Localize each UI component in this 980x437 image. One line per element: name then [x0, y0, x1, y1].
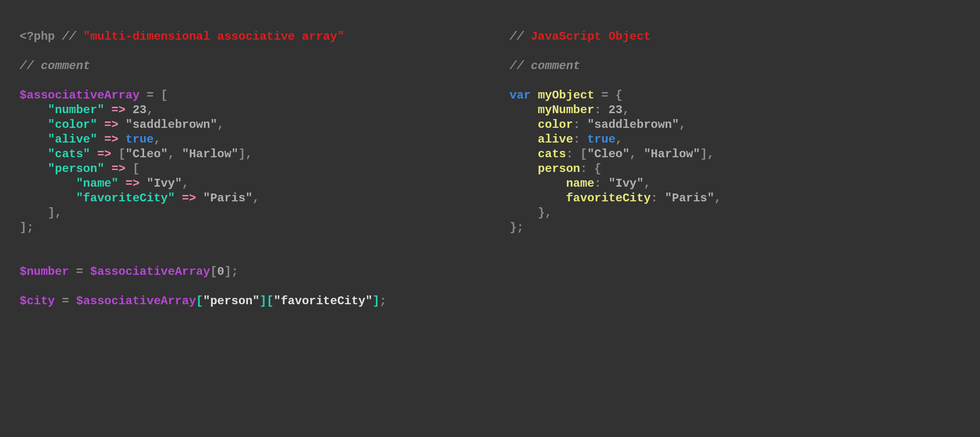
- js-colon-4: :: [566, 147, 573, 161]
- js-key-alive: alive: [538, 133, 573, 146]
- js-colon-1: :: [594, 103, 601, 117]
- php-arrow-5: =>: [111, 162, 125, 175]
- js-rbrack: ]: [700, 147, 707, 161]
- php-lbrack-1: [: [161, 89, 168, 102]
- js-comma-1: ,: [622, 103, 629, 117]
- php-comma-3: ,: [154, 133, 161, 146]
- php-var-array-2: $associativeArray: [90, 265, 210, 278]
- php-key-name: "name": [76, 177, 118, 190]
- php-code-block: <?php // "multi-dimensional associative …: [20, 29, 510, 309]
- js-rbrace-1: }: [538, 206, 545, 219]
- php-key-cats: "cats": [48, 147, 90, 161]
- js-lbrack: [: [580, 147, 587, 161]
- php-cats-close: ]: [239, 147, 245, 161]
- php-open-tag: <?php: [20, 30, 55, 43]
- php-comment-slashes-2: //: [20, 59, 34, 73]
- php-arrow-3: =>: [104, 133, 119, 146]
- php-lbrack-5: [: [267, 294, 273, 308]
- js-key-color: color: [538, 118, 573, 131]
- js-comment-slashes-2: //: [510, 59, 524, 73]
- js-comma-7: ,: [714, 192, 721, 205]
- js-title: JavaScript Object: [531, 30, 651, 43]
- js-val-color: "saddlebrown": [587, 118, 679, 131]
- php-comma-1: ,: [147, 103, 153, 117]
- php-close-1: ];: [20, 221, 34, 234]
- js-cat1: "Cleo": [587, 147, 629, 161]
- js-key-favcity: favoriteCity: [566, 192, 651, 205]
- js-obj-name: myObject: [538, 89, 594, 102]
- php-key-person: "person": [48, 162, 104, 175]
- php-key-number: "number": [48, 103, 104, 117]
- php-var-city: $city: [20, 294, 55, 308]
- php-lbrack-4: [: [196, 294, 203, 308]
- js-lbrace-2: {: [594, 162, 601, 175]
- php-idx-person: "person": [203, 294, 259, 308]
- php-key-favcity: "favoriteCity": [76, 192, 175, 205]
- js-comma-3: ,: [615, 133, 622, 146]
- js-key-person: person: [538, 162, 580, 175]
- js-val-number: 23: [609, 103, 623, 117]
- php-semi-1: ;: [231, 265, 238, 278]
- php-rbrack-3: ]: [260, 294, 267, 308]
- php-key-alive: "alive": [48, 133, 98, 146]
- js-key-cats: cats: [538, 147, 566, 161]
- php-val-name: "Ivy": [147, 177, 182, 190]
- php-title: "multi-dimensional associative array": [83, 30, 344, 43]
- js-comma-8: ,: [545, 206, 552, 219]
- php-idx-favcity: "favoriteCity": [274, 294, 373, 308]
- js-comma-5: ,: [707, 147, 714, 161]
- js-comment: comment: [531, 59, 580, 73]
- js-code-column: // JavaScript Object // comment var myOb…: [510, 29, 960, 408]
- php-comma-5: ,: [245, 147, 252, 161]
- php-comma-8: ,: [55, 206, 62, 219]
- php-code-column: <?php // "multi-dimensional associative …: [20, 29, 510, 408]
- php-val-favcity: "Paris": [203, 192, 252, 205]
- js-comma-6: ,: [644, 177, 651, 190]
- code-comparison: <?php // "multi-dimensional associative …: [0, 0, 980, 437]
- php-comma-4: ,: [168, 147, 174, 161]
- js-lbrace-1: {: [615, 89, 622, 102]
- php-cat1: "Cleo": [125, 147, 168, 161]
- js-comment-slashes-1: //: [510, 30, 524, 43]
- js-comma-4: ,: [630, 147, 637, 161]
- php-lbrack-3: [: [210, 265, 217, 278]
- php-arrow-2: =>: [104, 118, 119, 131]
- js-close: };: [510, 221, 524, 234]
- php-comment: comment: [41, 59, 90, 73]
- js-code-block: // JavaScript Object // comment var myOb…: [510, 29, 960, 235]
- js-colon-7: :: [651, 192, 658, 205]
- php-eq-1: =: [147, 89, 153, 102]
- js-key-mynumber: myNumber: [538, 103, 594, 117]
- php-var-number: $number: [20, 265, 69, 278]
- php-cat2: "Harlow": [182, 147, 238, 161]
- php-comma-2: ,: [217, 118, 224, 131]
- php-lbrack-2: [: [132, 162, 139, 175]
- js-kw-var: var: [510, 89, 531, 102]
- php-cats-open: [: [119, 147, 125, 161]
- js-key-name: name: [566, 177, 594, 190]
- js-val-alive: true: [587, 133, 615, 146]
- js-colon-6: :: [594, 177, 601, 190]
- php-rbrack-2: ]: [224, 265, 231, 278]
- php-arrow-4: =>: [97, 147, 111, 161]
- php-rbrack-1: ]: [48, 206, 55, 219]
- js-colon-5: :: [580, 162, 587, 175]
- php-idx0: 0: [217, 265, 224, 278]
- php-arrow-1: =>: [111, 103, 125, 117]
- php-comma-6: ,: [182, 177, 189, 190]
- php-val-color: "saddlebrown": [125, 118, 217, 131]
- php-rbrack-4: ]: [372, 294, 379, 308]
- js-comma-2: ,: [679, 118, 686, 131]
- php-var-array-3: $associativeArray: [76, 294, 196, 308]
- js-colon-3: :: [573, 133, 580, 146]
- js-colon-2: :: [573, 118, 580, 131]
- php-comma-7: ,: [252, 192, 259, 205]
- php-val-number: 23: [132, 103, 147, 117]
- js-cat2: "Harlow": [644, 147, 700, 161]
- php-eq-3: =: [62, 294, 69, 308]
- php-eq-2: =: [76, 265, 83, 278]
- php-var-array: $associativeArray: [20, 89, 140, 102]
- php-arrow-6: =>: [125, 177, 140, 190]
- php-val-alive: true: [125, 133, 154, 146]
- php-semi-2: ;: [380, 294, 387, 308]
